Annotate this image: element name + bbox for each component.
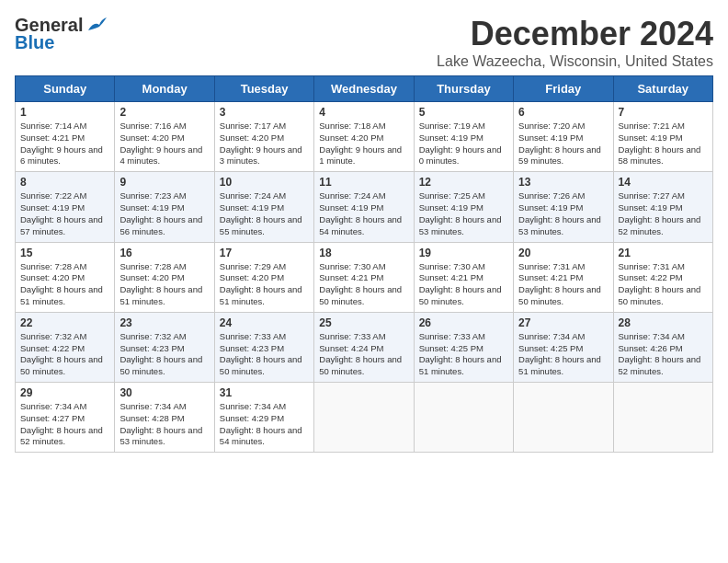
day-number: 23 [119,316,209,329]
month-title: December 2024 [437,15,713,53]
location-title: Lake Wazeecha, Wisconsin, United States [437,53,713,70]
weekday-header-thursday: Thursday [414,76,513,102]
calendar-cell: 8Sunrise: 7:22 AMSunset: 4:19 PMDaylight… [16,172,115,242]
weekday-header-monday: Monday [115,76,214,102]
day-info: Sunrise: 7:26 AMSunset: 4:19 PMDaylight:… [518,190,608,237]
day-number: 28 [619,316,708,329]
day-number: 1 [20,106,109,119]
calendar-body: 1Sunrise: 7:14 AMSunset: 4:21 PMDaylight… [16,102,713,453]
day-info: Sunrise: 7:34 AMSunset: 4:28 PMDaylight:… [119,401,209,448]
weekday-header-tuesday: Tuesday [214,76,313,102]
calendar-cell: 13Sunrise: 7:26 AMSunset: 4:19 PMDayligh… [514,172,613,242]
day-number: 12 [419,176,508,189]
calendar-cell: 5Sunrise: 7:19 AMSunset: 4:19 PMDaylight… [414,102,513,172]
weekday-header-wednesday: Wednesday [314,76,414,102]
calendar-week-5: 29Sunrise: 7:34 AMSunset: 4:27 PMDayligh… [16,383,713,453]
day-number: 7 [619,106,708,119]
calendar-table: SundayMondayTuesdayWednesdayThursdayFrid… [15,75,713,453]
calendar-cell: 1Sunrise: 7:14 AMSunset: 4:21 PMDaylight… [16,102,115,172]
day-number: 30 [119,386,209,399]
day-number: 25 [319,316,408,329]
day-info: Sunrise: 7:33 AMSunset: 4:24 PMDaylight:… [319,331,408,378]
day-info: Sunrise: 7:28 AMSunset: 4:20 PMDaylight:… [119,261,209,308]
page-header: General Blue December 2024 Lake Wazeecha… [15,15,713,70]
calendar-cell: 4Sunrise: 7:18 AMSunset: 4:20 PMDaylight… [314,102,414,172]
calendar-cell: 20Sunrise: 7:31 AMSunset: 4:21 PMDayligh… [514,242,613,312]
day-info: Sunrise: 7:34 AMSunset: 4:26 PMDaylight:… [619,331,708,378]
day-number: 24 [220,316,309,329]
calendar-cell: 7Sunrise: 7:21 AMSunset: 4:19 PMDaylight… [613,102,712,172]
calendar-cell: 17Sunrise: 7:29 AMSunset: 4:20 PMDayligh… [214,242,313,312]
day-info: Sunrise: 7:24 AMSunset: 4:19 PMDaylight:… [220,190,309,237]
day-number: 22 [20,316,109,329]
calendar-cell: 25Sunrise: 7:33 AMSunset: 4:24 PMDayligh… [314,312,414,382]
calendar-cell: 23Sunrise: 7:32 AMSunset: 4:23 PMDayligh… [115,312,214,382]
day-info: Sunrise: 7:27 AMSunset: 4:19 PMDaylight:… [619,190,708,237]
calendar-cell: 30Sunrise: 7:34 AMSunset: 4:28 PMDayligh… [115,383,214,453]
day-info: Sunrise: 7:18 AMSunset: 4:20 PMDaylight:… [319,121,408,167]
day-number: 10 [220,176,309,189]
title-area: December 2024 Lake Wazeecha, Wisconsin, … [437,15,713,70]
day-info: Sunrise: 7:34 AMSunset: 4:29 PMDaylight:… [220,401,309,448]
logo-bird-icon [86,17,107,34]
calendar-cell: 11Sunrise: 7:24 AMSunset: 4:19 PMDayligh… [314,172,414,242]
day-info: Sunrise: 7:34 AMSunset: 4:25 PMDaylight:… [518,331,608,378]
logo-blue: Blue [15,32,54,53]
day-info: Sunrise: 7:32 AMSunset: 4:23 PMDaylight:… [119,331,209,378]
calendar-cell: 12Sunrise: 7:25 AMSunset: 4:19 PMDayligh… [414,172,513,242]
day-info: Sunrise: 7:24 AMSunset: 4:19 PMDaylight:… [319,190,408,237]
calendar-cell: 21Sunrise: 7:31 AMSunset: 4:22 PMDayligh… [613,242,712,312]
calendar-cell: 10Sunrise: 7:24 AMSunset: 4:19 PMDayligh… [214,172,313,242]
day-info: Sunrise: 7:22 AMSunset: 4:19 PMDaylight:… [20,190,109,237]
calendar-cell: 14Sunrise: 7:27 AMSunset: 4:19 PMDayligh… [613,172,712,242]
calendar-cell: 28Sunrise: 7:34 AMSunset: 4:26 PMDayligh… [613,312,712,382]
day-number: 3 [220,106,309,119]
day-info: Sunrise: 7:23 AMSunset: 4:19 PMDaylight:… [119,190,209,237]
day-info: Sunrise: 7:30 AMSunset: 4:21 PMDaylight:… [419,261,508,308]
calendar-cell: 6Sunrise: 7:20 AMSunset: 4:19 PMDaylight… [514,102,613,172]
calendar-cell: 24Sunrise: 7:33 AMSunset: 4:23 PMDayligh… [214,312,313,382]
calendar-week-4: 22Sunrise: 7:32 AMSunset: 4:22 PMDayligh… [16,312,713,382]
calendar-week-1: 1Sunrise: 7:14 AMSunset: 4:21 PMDaylight… [16,102,713,172]
logo: General Blue [15,15,107,53]
weekday-header-friday: Friday [514,76,613,102]
calendar-week-3: 15Sunrise: 7:28 AMSunset: 4:20 PMDayligh… [16,242,713,312]
day-info: Sunrise: 7:14 AMSunset: 4:21 PMDaylight:… [20,121,109,167]
day-info: Sunrise: 7:31 AMSunset: 4:22 PMDaylight:… [619,261,708,308]
day-number: 2 [119,106,209,119]
calendar-week-2: 8Sunrise: 7:22 AMSunset: 4:19 PMDaylight… [16,172,713,242]
day-info: Sunrise: 7:20 AMSunset: 4:19 PMDaylight:… [518,121,608,167]
calendar-cell: 2Sunrise: 7:16 AMSunset: 4:20 PMDaylight… [115,102,214,172]
day-number: 20 [518,247,608,259]
day-number: 15 [20,247,109,259]
calendar-cell: 29Sunrise: 7:34 AMSunset: 4:27 PMDayligh… [16,383,115,453]
day-info: Sunrise: 7:30 AMSunset: 4:21 PMDaylight:… [319,261,408,308]
day-number: 21 [619,247,708,259]
calendar-cell: 9Sunrise: 7:23 AMSunset: 4:19 PMDaylight… [115,172,214,242]
day-info: Sunrise: 7:19 AMSunset: 4:19 PMDaylight:… [419,121,508,167]
day-number: 6 [518,106,608,119]
day-info: Sunrise: 7:32 AMSunset: 4:22 PMDaylight:… [20,331,109,378]
calendar-cell [414,383,513,453]
calendar-cell: 16Sunrise: 7:28 AMSunset: 4:20 PMDayligh… [115,242,214,312]
day-number: 13 [518,176,608,189]
day-info: Sunrise: 7:16 AMSunset: 4:20 PMDaylight:… [119,121,209,167]
day-number: 5 [419,106,508,119]
day-number: 17 [220,247,309,259]
day-number: 8 [20,176,109,189]
day-number: 18 [319,247,408,259]
weekday-header-saturday: Saturday [613,76,712,102]
day-number: 11 [319,176,408,189]
calendar-cell: 18Sunrise: 7:30 AMSunset: 4:21 PMDayligh… [314,242,414,312]
calendar-cell: 22Sunrise: 7:32 AMSunset: 4:22 PMDayligh… [16,312,115,382]
calendar-cell: 15Sunrise: 7:28 AMSunset: 4:20 PMDayligh… [16,242,115,312]
day-number: 16 [119,247,209,259]
day-info: Sunrise: 7:34 AMSunset: 4:27 PMDaylight:… [20,401,109,448]
day-info: Sunrise: 7:31 AMSunset: 4:21 PMDaylight:… [518,261,608,308]
day-info: Sunrise: 7:25 AMSunset: 4:19 PMDaylight:… [419,190,508,237]
calendar-cell: 31Sunrise: 7:34 AMSunset: 4:29 PMDayligh… [214,383,313,453]
day-info: Sunrise: 7:21 AMSunset: 4:19 PMDaylight:… [619,121,708,167]
day-info: Sunrise: 7:28 AMSunset: 4:20 PMDaylight:… [20,261,109,308]
day-number: 4 [319,106,408,119]
calendar-cell [613,383,712,453]
